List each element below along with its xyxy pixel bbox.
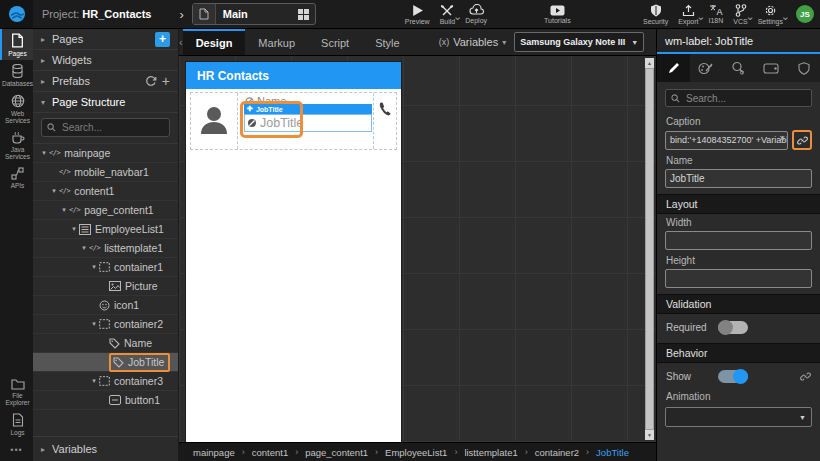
tree-item-JobTitle[interactable]: JobTitle xyxy=(33,353,178,372)
tree-item-container1[interactable]: ▾container1 xyxy=(33,258,178,277)
inspector-tab-events[interactable] xyxy=(722,54,755,82)
tree-item-EmployeeList1[interactable]: ▾EmployeeList1 xyxy=(33,220,178,239)
device-selector[interactable]: Samsung Galaxy Note III ▼ xyxy=(514,32,644,52)
page-grid-icon[interactable] xyxy=(293,9,315,20)
caption-field[interactable]: bind:'+14084352700' +Variables.HrdbE × xyxy=(665,131,788,150)
required-toggle[interactable] xyxy=(718,321,748,334)
tab-script[interactable]: Script xyxy=(308,29,362,55)
user-avatar[interactable]: JS xyxy=(796,5,814,23)
tree-item-Name[interactable]: Name xyxy=(33,334,178,353)
variables-dropdown[interactable]: (x) Variables ▾ xyxy=(439,36,507,48)
settings-button[interactable]: Settings⌄ xyxy=(758,4,783,25)
breadcrumb-content1[interactable]: content1 xyxy=(252,447,288,458)
picture-widget[interactable] xyxy=(191,93,238,149)
validation-section-header[interactable]: Validation xyxy=(657,294,820,314)
jobtitle-label-widget[interactable]: JobTitle xyxy=(244,114,372,132)
bind-property-button[interactable] xyxy=(792,130,812,150)
call-button-widget[interactable] xyxy=(374,93,396,149)
inspector-tab-styles[interactable] xyxy=(690,54,723,82)
svg-text:A: A xyxy=(716,7,722,16)
tree-item-content1[interactable]: ▾</>content1 xyxy=(33,182,178,201)
section-pages[interactable]: ▸Pages+ xyxy=(33,29,178,50)
scroll-down-icon[interactable]: ▼ xyxy=(645,430,654,440)
breadcrumb-JobTitle[interactable]: JobTitle xyxy=(596,447,629,458)
animation-dropdown[interactable]: ▼ xyxy=(665,407,812,427)
width-field[interactable] xyxy=(665,231,812,250)
pencil-icon xyxy=(667,62,680,75)
variables-section[interactable]: ▸ Variables xyxy=(33,436,178,461)
tab-design[interactable]: Design xyxy=(183,29,246,55)
container2-widget[interactable]: Name ✚ JobTitle JobTitle xyxy=(238,93,374,149)
preview-button[interactable]: Preview xyxy=(405,4,430,25)
breadcrumb-page_content1[interactable]: page_content1 xyxy=(305,447,368,458)
tree-item-container3[interactable]: ▾container3 xyxy=(33,372,178,391)
caption-value: bind:'+14084352700' +Variables.HrdbE xyxy=(666,135,787,145)
top-bar: Project: HR_Contacts › Main PreviewBuild… xyxy=(0,0,820,29)
coffee-icon xyxy=(11,131,25,144)
breadcrumb-separator: › xyxy=(586,447,589,457)
search-input[interactable] xyxy=(60,121,164,134)
tree-item-listtemplate1[interactable]: ▾</>listtemplate1 xyxy=(33,239,178,258)
build-button[interactable]: Build⌄ xyxy=(440,4,456,25)
rail-apis[interactable]: APIs xyxy=(0,163,33,192)
deploy-button[interactable]: Deploy xyxy=(465,4,487,24)
tree-item-mainpage[interactable]: ▾</>mainpage xyxy=(33,144,178,163)
show-toggle[interactable] xyxy=(718,370,748,383)
height-field[interactable] xyxy=(665,269,812,288)
section-widgets[interactable]: ▸Widgets xyxy=(33,50,178,71)
list-icon xyxy=(79,224,91,235)
tab-style[interactable]: Style xyxy=(362,29,412,55)
wavemaker-logo[interactable] xyxy=(0,0,33,28)
inspector-tab-properties[interactable] xyxy=(657,54,690,82)
rail-java-services[interactable]: Java Services xyxy=(0,127,33,163)
rail-web-services[interactable]: Web Services xyxy=(0,90,33,127)
section-page-structure[interactable]: ▾Page Structure xyxy=(33,92,178,113)
employee-list-item[interactable]: Name ✚ JobTitle JobTitle xyxy=(190,92,397,150)
breadcrumb-EmployeeList1[interactable]: EmployeeList1 xyxy=(385,447,447,458)
refresh-icon[interactable] xyxy=(145,75,157,87)
inspector-tab-device[interactable] xyxy=(755,54,788,82)
canvas-scrollbar[interactable]: ▲ ▼ xyxy=(645,58,654,440)
rail-databases[interactable]: Databases xyxy=(0,60,33,90)
scroll-up-icon[interactable]: ▲ xyxy=(645,58,654,68)
tree-item-mobile_navbar1[interactable]: </>mobile_navbar1 xyxy=(33,163,178,182)
tree-item-icon1[interactable]: icon1 xyxy=(33,296,178,315)
i18n-button[interactable]: AI18N xyxy=(709,4,724,24)
behavior-section-header[interactable]: Behavior xyxy=(657,343,820,363)
layout-section-header[interactable]: Layout xyxy=(657,194,820,214)
tree-item-container2[interactable]: ▾container2 xyxy=(33,315,178,334)
rail-more-button[interactable]: ••• xyxy=(0,439,33,461)
page-selector[interactable]: Main xyxy=(192,3,316,25)
name-field[interactable]: JobTitle xyxy=(665,169,812,188)
clear-icon[interactable]: × xyxy=(779,133,785,144)
tree-item-button1[interactable]: button1 xyxy=(33,391,178,410)
rail-pages[interactable]: Pages xyxy=(0,29,33,60)
rail-file-explorer[interactable]: File Explorer xyxy=(0,374,33,409)
design-canvas[interactable]: HR Contacts xyxy=(179,56,656,442)
tree-label: listtemplate1 xyxy=(104,242,163,254)
mobile-page-header: HR Contacts xyxy=(186,62,401,89)
add-prefab-icon[interactable]: + xyxy=(162,73,170,89)
security-button[interactable]: Security xyxy=(643,4,668,25)
bind-show-icon[interactable] xyxy=(800,371,811,382)
properties-search-input[interactable] xyxy=(684,92,806,105)
tree-item-Picture[interactable]: Picture xyxy=(33,277,178,296)
scrollbar-thumb[interactable] xyxy=(645,68,654,430)
add-page-button[interactable]: + xyxy=(155,32,170,47)
selected-widget-bar[interactable]: ✚ JobTitle xyxy=(244,104,372,114)
export-button[interactable]: Export⌄ xyxy=(678,4,698,25)
vcs-button[interactable]: VCS⌄ xyxy=(733,4,747,25)
section-prefabs[interactable]: ▸Prefabs+ xyxy=(33,71,178,92)
tutorials-button[interactable]: Tutorials xyxy=(544,5,571,24)
tab-label: Script xyxy=(321,37,349,49)
tree-item-page_content1[interactable]: ▾</>page_content1 xyxy=(33,201,178,220)
breadcrumb-listtemplate1[interactable]: listtemplate1 xyxy=(464,447,517,458)
tab-markup[interactable]: Markup xyxy=(245,29,308,55)
inspector-tab-security[interactable] xyxy=(787,54,820,82)
breadcrumb-container2[interactable]: container2 xyxy=(535,447,579,458)
palette-icon xyxy=(698,62,713,75)
rail-logs[interactable]: Logs xyxy=(0,409,33,439)
animation-label: Animation xyxy=(666,391,811,402)
breadcrumb-mainpage[interactable]: mainpage xyxy=(193,447,235,458)
container-icon xyxy=(99,262,110,272)
